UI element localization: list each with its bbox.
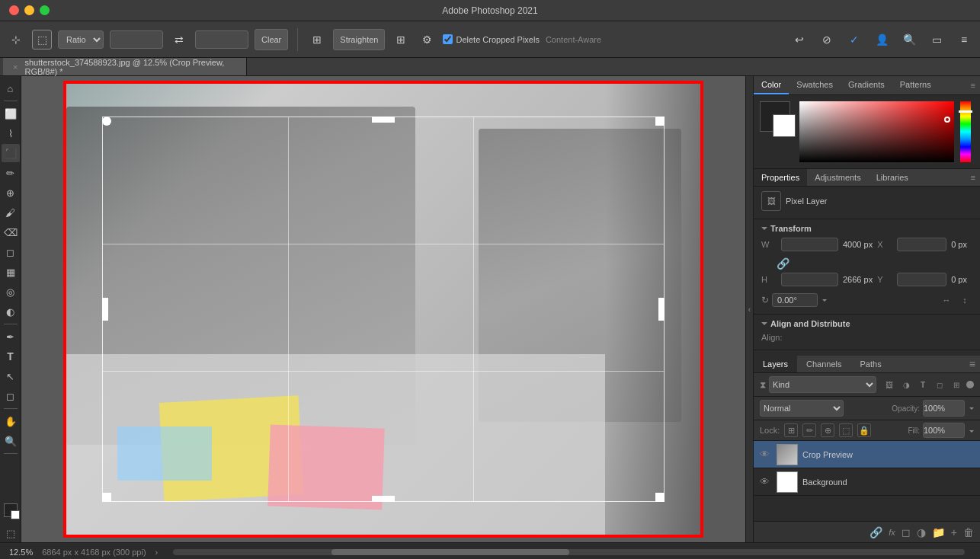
account-icon[interactable]: 👤 bbox=[872, 30, 892, 50]
tab-libraries[interactable]: Libraries bbox=[869, 169, 916, 186]
delete-layer-icon[interactable]: 🗑 bbox=[963, 526, 974, 538]
fx-icon[interactable]: fx bbox=[889, 528, 895, 537]
horizontal-scrollbar[interactable] bbox=[173, 549, 965, 555]
handle-bottom-right[interactable] bbox=[655, 493, 665, 502]
eyedropper-icon[interactable]: ✏ bbox=[2, 164, 20, 182]
clone-icon[interactable]: ⌫ bbox=[2, 223, 20, 241]
flip-v-icon[interactable]: ↕ bbox=[957, 292, 972, 308]
brush-icon[interactable]: 🖌 bbox=[2, 203, 20, 222]
new-adjustment-icon[interactable]: ◑ bbox=[917, 526, 926, 538]
link-wh-icon[interactable]: 🔗 bbox=[777, 257, 789, 270]
tab-swatches[interactable]: Swatches bbox=[789, 76, 841, 94]
blur-icon[interactable]: ◎ bbox=[2, 283, 20, 301]
new-layer-icon[interactable]: + bbox=[951, 526, 957, 538]
handle-mid-left[interactable] bbox=[102, 298, 108, 321]
color-spectrum[interactable] bbox=[799, 101, 954, 162]
arrange-icon[interactable]: ▭ bbox=[927, 30, 946, 50]
fg-color-swatch[interactable] bbox=[760, 101, 790, 132]
filter-adj-icon[interactable]: ◑ bbox=[899, 378, 913, 391]
file-tab[interactable]: × shutterstock_374588923.jpg @ 12.5% (Cr… bbox=[3, 58, 247, 75]
type-icon[interactable]: T bbox=[2, 347, 20, 366]
home-icon[interactable]: ⌂ bbox=[2, 79, 20, 97]
more-icon[interactable]: ≡ bbox=[954, 30, 974, 50]
new-group-icon[interactable]: 📁 bbox=[932, 526, 945, 538]
hand-icon[interactable]: ✋ bbox=[2, 412, 20, 430]
lock-move-icon[interactable]: ⊕ bbox=[821, 423, 834, 437]
hue-bar[interactable] bbox=[960, 101, 971, 162]
tab-patterns[interactable]: Patterns bbox=[892, 76, 939, 94]
zoom-icon[interactable]: 🔍 bbox=[2, 432, 20, 450]
x-input[interactable] bbox=[897, 238, 946, 251]
tab-channels[interactable]: Channels bbox=[797, 356, 850, 372]
width-input[interactable] bbox=[110, 30, 163, 49]
move-icon[interactable]: ⊹ bbox=[6, 30, 26, 50]
delete-cropped-check[interactable]: Delete Cropped Pixels bbox=[443, 34, 539, 44]
filter-pixel-icon[interactable]: 🖼 bbox=[882, 378, 896, 391]
lock-artboard-icon[interactable]: ⬚ bbox=[839, 423, 853, 437]
handle-top-right[interactable] bbox=[655, 117, 665, 126]
settings-icon[interactable]: ⚙ bbox=[417, 30, 437, 50]
filter-smart-icon[interactable]: ⊞ bbox=[950, 378, 963, 391]
h-input[interactable] bbox=[781, 273, 838, 286]
tab-paths[interactable]: Paths bbox=[851, 356, 891, 372]
add-mask-icon[interactable]: ◻ bbox=[902, 526, 911, 538]
handle-bottom-mid[interactable] bbox=[372, 496, 395, 502]
undo-icon[interactable]: ↩ bbox=[789, 30, 809, 50]
filter-type-icon[interactable]: T bbox=[916, 378, 930, 391]
grid-overlay-icon[interactable]: ⊞ bbox=[307, 30, 327, 50]
transform-header[interactable]: Transform bbox=[761, 224, 972, 233]
w-input[interactable] bbox=[781, 238, 838, 251]
lock-transparency-icon[interactable]: ⊞ bbox=[784, 423, 798, 437]
prop-panel-more-icon[interactable]: ≡ bbox=[966, 169, 980, 186]
confirm-crop-icon[interactable]: ✓ bbox=[844, 30, 864, 50]
handle-top-mid[interactable] bbox=[372, 117, 395, 123]
dodge-icon[interactable]: ◐ bbox=[2, 302, 20, 321]
blend-mode-select[interactable]: Normal bbox=[760, 400, 844, 417]
opacity-input[interactable] bbox=[923, 400, 965, 417]
handle-bottom-left[interactable] bbox=[102, 493, 111, 502]
cancel-crop-icon[interactable]: ⊘ bbox=[817, 30, 837, 50]
y-input[interactable] bbox=[897, 273, 946, 286]
tab-gradients[interactable]: Gradients bbox=[841, 76, 892, 94]
handle-mid-right[interactable] bbox=[658, 298, 665, 321]
crop-icon[interactable]: ⬚ bbox=[32, 30, 52, 50]
straighten-button[interactable]: Straighten bbox=[333, 29, 385, 50]
swap-icon[interactable]: ⇄ bbox=[169, 30, 189, 50]
tab-adjustments[interactable]: Adjustments bbox=[807, 169, 869, 186]
maximize-button[interactable] bbox=[40, 5, 50, 15]
flip-h-icon[interactable]: ↔ bbox=[939, 292, 954, 308]
layer-item-crop-preview[interactable]: 👁 Crop Preview bbox=[754, 441, 980, 468]
edit-quick-mask-icon[interactable]: ⬚ bbox=[2, 524, 20, 542]
delete-cropped-checkbox[interactable] bbox=[443, 34, 453, 44]
grid-icon[interactable]: ⊞ bbox=[391, 30, 411, 50]
search-icon[interactable]: 🔍 bbox=[899, 30, 919, 50]
crop-tool-icon[interactable]: ⬛ bbox=[2, 144, 20, 162]
color-panel-more-icon[interactable]: ≡ bbox=[966, 76, 980, 94]
tab-color[interactable]: Color bbox=[754, 76, 789, 94]
minimize-button[interactable] bbox=[24, 5, 34, 15]
shape-icon[interactable]: ◻ bbox=[2, 387, 20, 405]
layer-visibility-background[interactable]: 👁 bbox=[760, 476, 772, 487]
lasso-icon[interactable]: ⌇ bbox=[2, 124, 20, 142]
patch-icon[interactable]: ⊕ bbox=[2, 184, 20, 202]
panel-collapse-btn[interactable]: ‹ bbox=[745, 76, 753, 542]
fill-input[interactable] bbox=[923, 423, 965, 438]
ratio-select[interactable]: Ratio bbox=[58, 30, 104, 49]
clear-button[interactable]: Clear bbox=[255, 29, 288, 50]
tab-layers[interactable]: Layers bbox=[754, 356, 797, 372]
filter-shape-icon[interactable]: ◻ bbox=[933, 378, 946, 391]
color-fg-icon[interactable] bbox=[2, 501, 20, 519]
layer-visibility-crop-preview[interactable]: 👁 bbox=[760, 449, 772, 460]
pen-icon[interactable]: ✒ bbox=[2, 327, 20, 346]
align-header[interactable]: Align and Distribute bbox=[761, 319, 972, 328]
lock-paint-icon[interactable]: ✏ bbox=[802, 423, 816, 437]
rotate-input[interactable] bbox=[772, 293, 818, 307]
layer-item-background[interactable]: 👁 Background bbox=[754, 468, 980, 496]
path-select-icon[interactable]: ↖ bbox=[2, 367, 20, 385]
info-arrow-icon[interactable]: › bbox=[155, 548, 159, 557]
filter-type-select[interactable]: Kind bbox=[769, 376, 876, 393]
color-gradient-picker[interactable] bbox=[799, 101, 954, 162]
marquee-rect-icon[interactable]: ⬜ bbox=[2, 104, 20, 123]
bg-color-swatch[interactable] bbox=[773, 114, 796, 137]
tab-properties[interactable]: Properties bbox=[754, 169, 807, 186]
